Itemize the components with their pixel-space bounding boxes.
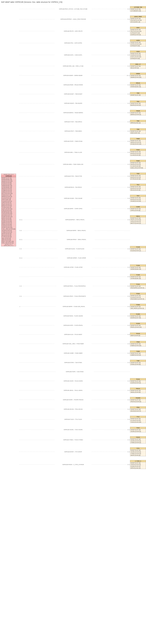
diagram-content: 003(MB_PBA_NO..NVSPROJBMANDT [CLNT (3)]P… [0,4,146,473]
relation-block: VSPROJB-TXTSP = T002-SPRAS0..NT002SPRAS … [19,119,146,124]
card-source: 0..N [19,296,22,297]
target-table-field: MANDT [CLNT (3)] [130,18,146,19]
target-table-field: BUKRS [CHAR (4)] [130,198,146,200]
relation-label: VSPROJB-VBUKR = T001-BUKRS [55,103,92,104]
card-target: 0..N [127,419,130,420]
card-source: 1 [19,306,21,307]
target-table: TJ20MANDT [CLNT (3)]STSMA [CHAR (8)] [130,360,146,365]
target-table: T002SPRAS [LANG (1)] [130,120,146,124]
card-target: 0..N [127,54,130,56]
card-target: 0..N [127,266,130,268]
relation-block: VSPROJB-WERKS = T001W-WERKS0..NT001WMAND… [19,110,146,116]
target-table-field: DATBI [DATS (8)] [130,58,146,59]
connector-line [19,187,55,188]
target-table-header: TFACD [130,333,146,334]
relation-label: VSPROJB-STSPD = TJ20-STSMA [55,362,92,363]
target-table: TFACDIDENT [CHAR (2)] [130,332,146,336]
target-table-header: T006 [130,128,146,130]
card-source: (0..1) [19,239,23,240]
connector-line [92,440,127,440]
target-table-field: VKORG [CHAR (4)] [130,440,146,442]
card-source: (0..1) [19,219,23,220]
relation-label: VSPROJB-IMPRF = TAPRF-IVPRO [55,208,92,209]
relation-block: VSPROJB-MANDT = T000-MANDT0..NT000MANDT … [19,92,146,96]
relation-label: VSPROJB-VPROF = TCN41-PROFIDNETZ [57,296,93,297]
relation-block: VSPROJB-JIBSA = T8J6C-SUBCLASS0..NT8J6CM… [19,160,146,169]
target-table-field: MANDT [CLNT (3)] [130,29,146,30]
main-table-field: VKOKR [CHAR (4)] [1,230,16,231]
target-table-header: TCJ04 [130,264,146,266]
relation-label: VSPROJB-JIBSA = T8J6C-SUBCLASS [55,164,92,165]
target-table-field: MANDT [CLNT (3)] [130,390,146,391]
target-table-field: MANDT [CLNT (3)] [130,197,146,198]
target-table: TPI01MANDT [CLNT (3)]ZSCHM [CHAR (7)] [130,406,146,412]
relation-label: VSPROJB-VKOKR = TKA01-KOKRS [55,380,92,382]
target-table-field: MANDT [CLNT (3)] [130,450,146,451]
target-table-header: TCXPS [130,323,146,324]
connector-line [92,390,127,390]
target-table: CKPHMANDT [CLNT (3)]KSTRG [CHAR (12)]DAT… [130,40,146,47]
main-table-field: VNDKE [CHAR (4)] [1,191,16,193]
card-target: 0..N [127,408,130,410]
target-table-field: WAERS [CUKY (5)] [130,317,146,318]
card-target: 0..N [127,18,130,20]
connector-line [19,55,55,55]
relation-label: VSPROJB-VKORG = TVKO-VKORG [55,429,92,430]
target-table-field: BUKRS [CHAR (4)] [130,176,146,178]
target-table: T001MANDT [CLNT (3)]BUKRS [CHAR (4)] [130,100,146,106]
relation-block: VSPROJB-FERC_IND = FERC_C7-IND0..NFERC_C… [19,63,146,69]
target-table-header: TCURC [130,313,146,315]
target-table-field: MANDT [CLNT (3)] [130,208,146,210]
page-title: SAP ABAP table VSPROJB {Versions: Doc. t… [0,0,146,4]
target-table-field: VTWEG [CHAR (2)] [130,442,146,443]
target-table: TBP1CMANDT [CLNT (3)]PROFIL [CHAR (6)]AP… [130,215,146,224]
target-table-field: WERKS [CHAR (4)] [130,114,146,115]
relation-label: VSPROJB-SPART = TVTA-SPART [55,451,92,452]
relation-block: VSPROJB-STORT = T499S-STAND0..NT499SMAND… [19,138,146,145]
main-table-field: KTRG [CHAR (12)] [1,210,16,211]
card-target: (0..1) [126,75,130,76]
target-table-field: MANDT [CLNT (3)] [130,315,146,317]
target-table-field: PROFIDPROJ [CHAR (7)] [130,287,146,289]
target-table-field: MANDT [CLNT (3)] [130,65,146,67]
main-section: 003(MB_PBA_NO..NVSPROJBMANDT [CLNT (3)]P… [1,4,146,473]
target-table-field: VTWEG [CHAR (2)] [130,453,146,454]
target-table-field: MANDT [CLNT (3)] [130,408,146,410]
target-table: TCA09MANDT [CLNT (3)]PLNAW [CHAR (1)] [130,246,146,252]
relation-label: VSPROJB-KOSTL = CSKS-KOSTL [55,54,92,56]
relation-label: VSPROJB-SPSNR = PROJS-PSPNR [55,84,92,86]
relation-block: VSPROJB-TXJCD = TTXJ-TXJCD0..NTTXJMANDT … [19,416,146,423]
connector-line [19,353,55,353]
target-table-field: ASTNR [NUMC (8)] [130,278,146,279]
main-table-field: SPSNR [NUMC (8)] [1,211,16,213]
target-table-field: MANDT [CLNT (3)] [130,306,146,308]
target-table-field: DATBI [DATS (8)] [130,32,146,34]
relation-block: VSPROJB-ZSCHM = TPI01-ZSCHM0..NTPI01MAND… [19,406,146,412]
target-table: TCN41MANDT [CLNT (3)]PLNAW [CHAR (1)]PRO… [130,293,146,300]
target-table-field: ZSCHM [CHAR (7)] [130,410,146,412]
target-table-field: KOKRS [CHAR (4)] [130,54,146,56]
target-table-header: CEPC [130,27,146,29]
target-table-field: MANDT [CLNT (3)] [130,248,146,250]
target-table-field: PARGR [CHAR (4)] [130,464,146,466]
relation-label: VSPROJB-STORT = T499S-STAND [55,141,92,142]
card-target: 0..N [127,141,130,142]
target-table-field: PLNAW [CHAR (1)] [130,296,146,298]
connector-line [19,430,55,430]
target-table-field: MANDT [CLNT (3)] [130,8,146,10]
target-table-header: TPI01 [130,406,146,408]
connector-line [19,31,55,31]
target-table: TCN54MANDT [CLNT (3)]VER_PROFIL [CHAR (7… [130,304,146,309]
card-target: 0..N [127,334,130,335]
main-table-field: PARGR [CHAR (4)] [1,225,16,227]
target-table-field: MANDT [CLNT (3)] [130,399,146,401]
main-table-field: ASTNR [NUMC (8)] [1,186,16,188]
relation-label: VSPROJB-ABGSL = TKKAA-ABGSL [55,390,92,391]
connector-line [92,208,127,209]
connector-line [19,43,55,43]
connector-line [95,240,130,240]
target-table: T8JJMANDT [CLNT (3)]BUKRS [CHAR (4)]RECI… [130,184,146,191]
target-table-header: T001W [130,110,146,112]
target-table-field: KALSM [CHAR (6)] [130,420,146,421]
relation-block: VSPROJB-SPART = TVTA-SPART0..NTVTAMANDT … [19,447,146,456]
